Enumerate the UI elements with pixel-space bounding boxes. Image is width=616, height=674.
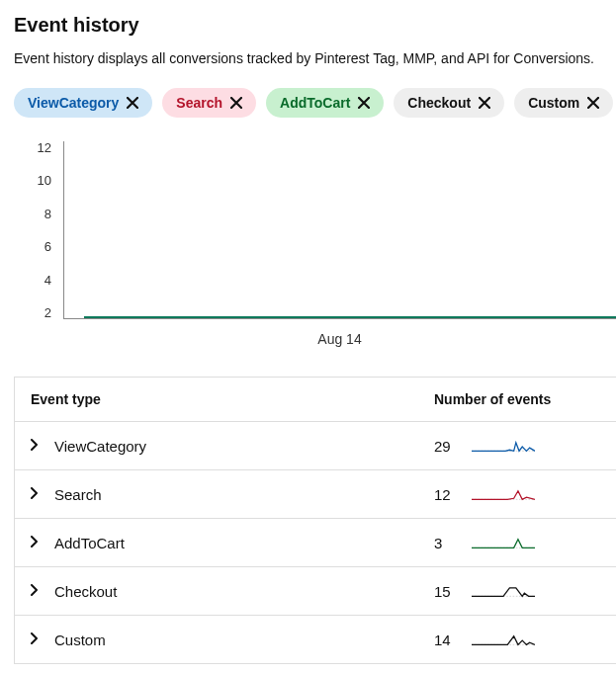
table-row[interactable]: Checkout15 <box>15 567 616 616</box>
chip-label: Checkout <box>407 95 471 111</box>
page-subtitle: Event history displays all conversions t… <box>14 50 616 66</box>
row-event-count: 15 <box>434 583 458 600</box>
close-icon[interactable] <box>587 97 599 109</box>
chevron-right-icon <box>31 582 41 600</box>
chart-baseline <box>84 316 616 318</box>
chart-y-tick: 4 <box>44 274 51 287</box>
table-header-row: Event type Number of events <box>15 378 616 422</box>
chart-y-tick: 2 <box>44 306 51 319</box>
chart-y-tick: 10 <box>38 174 51 187</box>
events-table: Event type Number of events ViewCategory… <box>14 377 616 664</box>
close-icon[interactable] <box>479 97 490 109</box>
sparkline <box>472 436 535 456</box>
sparkline <box>472 484 535 504</box>
chart-y-tick: 12 <box>38 141 51 154</box>
row-event-count: 14 <box>434 632 458 648</box>
filter-chip-search[interactable]: Search <box>162 88 256 118</box>
page-title: Event history <box>14 14 616 37</box>
chip-label: ViewCategory <box>28 95 119 111</box>
sparkline <box>472 630 535 649</box>
close-icon[interactable] <box>230 97 242 109</box>
chip-label: Search <box>176 95 222 111</box>
filter-chip-viewcategory[interactable]: ViewCategory <box>14 88 152 118</box>
chart-x-label: Aug 14 <box>63 331 616 347</box>
close-icon[interactable] <box>127 97 138 109</box>
sparkline <box>472 581 535 601</box>
row-event-type: Custom <box>54 632 106 648</box>
chip-label: Custom <box>528 95 579 111</box>
filter-chip-checkout[interactable]: Checkout <box>394 88 504 118</box>
filter-chip-addtocart[interactable]: AddToCart <box>266 88 384 118</box>
table-row[interactable]: Search12 <box>15 470 616 519</box>
chevron-right-icon <box>31 485 41 503</box>
chart-plot-area <box>63 141 616 319</box>
row-event-type: ViewCategory <box>54 438 146 455</box>
event-chart: 12108642 Aug 14 <box>24 141 616 339</box>
chevron-right-icon <box>31 631 41 648</box>
chart-y-tick: 8 <box>44 208 51 220</box>
sparkline <box>472 533 535 552</box>
table-row[interactable]: ViewCategory29 <box>15 422 616 470</box>
table-row[interactable]: Custom14 <box>15 616 616 664</box>
chip-label: AddToCart <box>280 95 350 111</box>
row-event-type: Checkout <box>54 583 117 600</box>
chevron-right-icon <box>31 534 41 551</box>
table-row[interactable]: AddToCart3 <box>15 519 616 567</box>
filter-chip-custom[interactable]: Custom <box>514 88 613 118</box>
row-event-type: Search <box>54 486 102 503</box>
row-event-type: AddToCart <box>54 535 125 551</box>
chevron-right-icon <box>31 437 41 455</box>
table-header-count: Number of events <box>434 391 551 407</box>
chart-y-tick: 6 <box>44 240 51 253</box>
chart-y-ticks: 12108642 <box>24 141 51 319</box>
filter-chip-row: ViewCategorySearchAddToCartCheckoutCusto… <box>14 88 616 118</box>
row-event-count: 3 <box>434 535 458 551</box>
close-icon[interactable] <box>358 97 370 109</box>
row-event-count: 29 <box>434 438 458 455</box>
row-event-count: 12 <box>434 486 458 503</box>
table-header-type: Event type <box>31 391 101 407</box>
